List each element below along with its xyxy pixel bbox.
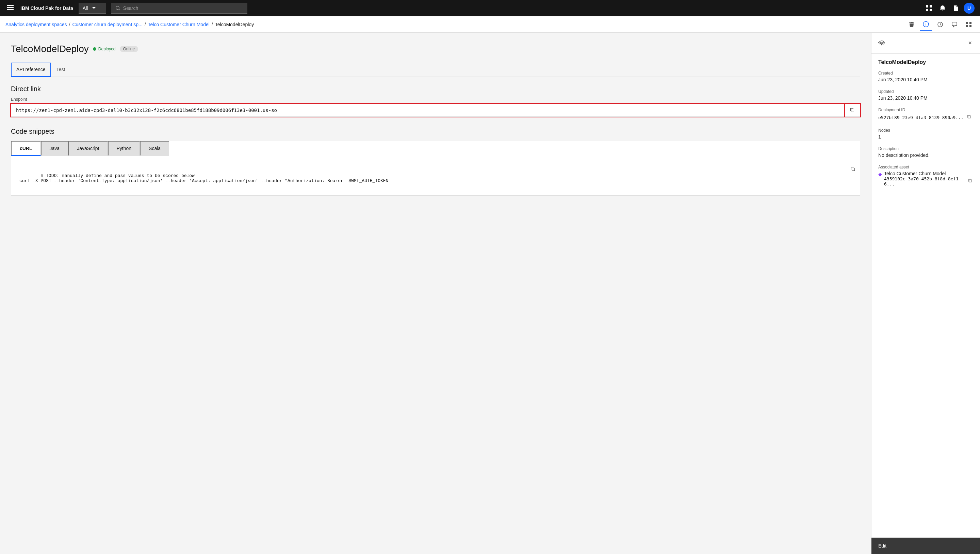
asset-details: Telco Customer Churn Model 4359102c-3a70… [884, 171, 973, 186]
page-header: TelcoModelDeploy Deployed Online [11, 43, 860, 54]
info-description: Description No description provided. [878, 146, 973, 158]
code-snippets-section: Code snippets cURL Java JavaScript Pytho… [11, 127, 860, 196]
svg-rect-13 [969, 22, 972, 24]
endpoint-input[interactable] [11, 104, 845, 117]
deployment-id-label: Deployment ID [878, 108, 973, 112]
document-icon-button[interactable] [950, 2, 962, 14]
updated-value: Jun 23, 2020 10:40 PM [878, 95, 973, 101]
top-navigation: IBM Cloud Pak for Data All U [0, 0, 980, 16]
main-tabs: API reference Test [11, 63, 860, 77]
direct-link-title: Direct link [11, 85, 860, 93]
right-panel-header: × [872, 33, 980, 54]
global-search[interactable] [111, 3, 247, 14]
right-panel-close-button[interactable]: × [967, 38, 973, 48]
breadcrumb-actions: i [906, 18, 975, 30]
breadcrumb-analytics-deployment[interactable]: Analytics deployment spaces [5, 22, 67, 27]
endpoint-copy-button[interactable] [845, 104, 860, 117]
endpoint-row [11, 104, 860, 117]
breadcrumb-telco-churn-model[interactable]: Telco Customer Churn Model [148, 22, 210, 27]
asset-name: Telco Customer Churn Model [884, 171, 973, 176]
main-layout: TelcoModelDeploy Deployed Online API ref… [0, 33, 980, 554]
right-panel-title: TelcoModelDeploy [872, 54, 980, 65]
code-copy-button[interactable] [835, 160, 856, 179]
deployment-id-row: e527bf89-23e9-4fa3-8139-890a9... [878, 114, 973, 121]
hamburger-menu-button[interactable] [5, 3, 15, 14]
delete-icon-button[interactable] [906, 19, 917, 30]
description-value: No description provided. [878, 153, 973, 158]
code-tab-javascript[interactable]: JavaScript [68, 141, 108, 156]
grid-icon-button[interactable] [963, 19, 975, 30]
notifications-icon-button[interactable] [937, 2, 949, 14]
code-tab-python[interactable]: Python [108, 141, 140, 156]
svg-rect-6 [930, 5, 932, 8]
deployed-badge: Deployed [93, 47, 116, 51]
content-area: TelcoModelDeploy Deployed Online API ref… [0, 33, 871, 554]
asset-icon: ◆ [878, 172, 882, 177]
svg-rect-0 [7, 5, 14, 6]
info-deployment-id: Deployment ID e527bf89-23e9-4fa3-8139-89… [878, 108, 973, 121]
description-label: Description [878, 146, 973, 151]
svg-rect-8 [930, 9, 932, 11]
nodes-label: Nodes [878, 128, 973, 133]
right-panel: × TelcoModelDeploy Created Jun 23, 2020 … [871, 33, 980, 554]
svg-rect-15 [969, 25, 972, 27]
asset-id-value: 4359102c-3a70-452b-8f8d-8ef16... [884, 176, 964, 186]
svg-rect-5 [926, 5, 928, 8]
svg-text:i: i [926, 22, 926, 26]
svg-rect-1 [7, 7, 14, 8]
svg-point-16 [881, 44, 882, 45]
history-icon-button[interactable] [934, 19, 946, 30]
info-nodes: Nodes 1 [878, 128, 973, 140]
svg-rect-2 [7, 9, 14, 10]
deployed-dot [93, 47, 96, 51]
associated-asset-label: Associated asset [878, 165, 973, 169]
info-icon-button[interactable]: i [920, 18, 932, 30]
search-input[interactable] [123, 5, 243, 11]
updated-label: Updated [878, 89, 973, 94]
asset-id-copy-button[interactable] [967, 178, 973, 185]
search-scope-dropdown[interactable]: All [79, 3, 106, 14]
breadcrumb: Analytics deployment spaces / Customer c… [5, 22, 254, 27]
breadcrumb-customer-churn-deployment[interactable]: Customer churn deployment sp... [72, 22, 142, 27]
breadcrumb-bar: Analytics deployment spaces / Customer c… [0, 16, 980, 33]
app-name: IBM Cloud Pak for Data [21, 5, 73, 11]
code-snippets-title: Code snippets [11, 127, 860, 135]
info-associated-asset: Associated asset ◆ Telco Customer Churn … [878, 165, 973, 186]
tab-api-reference[interactable]: API reference [11, 63, 51, 77]
endpoint-label: Endpoint [11, 97, 860, 102]
tab-test[interactable]: Test [51, 63, 71, 77]
deployment-id-copy-button[interactable] [966, 114, 972, 121]
code-tab-curl[interactable]: cURL [11, 141, 41, 156]
apps-icon-button[interactable] [923, 2, 935, 14]
direct-link-section: Direct link Endpoint [11, 85, 860, 117]
svg-line-4 [119, 9, 120, 10]
asset-id-row: 4359102c-3a70-452b-8f8d-8ef16... [884, 176, 973, 186]
created-label: Created [878, 71, 973, 76]
info-created: Created Jun 23, 2020 10:40 PM [878, 71, 973, 82]
svg-rect-12 [966, 22, 968, 24]
asset-row: ◆ Telco Customer Churn Model 4359102c-3a… [878, 171, 973, 186]
user-avatar[interactable]: U [964, 3, 975, 14]
nav-icons: U [923, 2, 975, 14]
deployment-id-value: e527bf89-23e9-4fa3-8139-890a9... [878, 115, 963, 120]
right-panel-body: Created Jun 23, 2020 10:40 PM Updated Ju… [872, 65, 980, 537]
code-block: # TODO: manually define and pass values … [11, 156, 860, 196]
code-tab-java[interactable]: Java [41, 141, 68, 156]
right-panel-footer: Edit [872, 537, 980, 554]
edit-button[interactable]: Edit [878, 543, 886, 549]
code-tabs: cURL Java JavaScript Python Scala [11, 141, 860, 156]
code-tab-scala[interactable]: Scala [140, 141, 169, 156]
svg-rect-7 [926, 9, 928, 11]
svg-rect-14 [966, 25, 968, 27]
nodes-value: 1 [878, 134, 973, 140]
created-value: Jun 23, 2020 10:40 PM [878, 77, 973, 82]
breadcrumb-current: TelcoModelDeploy [215, 22, 254, 27]
signal-icon [878, 39, 885, 47]
info-updated: Updated Jun 23, 2020 10:40 PM [878, 89, 973, 101]
code-content: # TODO: manually define and pass values … [19, 173, 388, 183]
online-badge: Online [120, 46, 138, 52]
page-title: TelcoModelDeploy [11, 43, 89, 54]
comment-icon-button[interactable] [949, 19, 960, 30]
